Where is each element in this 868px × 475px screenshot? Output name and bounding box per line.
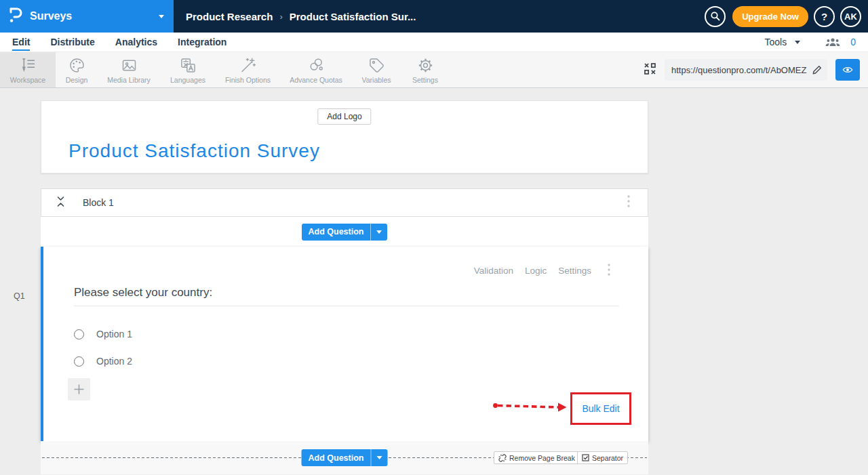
plus-icon xyxy=(73,384,85,395)
help-button[interactable]: ? xyxy=(814,6,835,27)
separator-button[interactable]: Separator xyxy=(577,451,628,464)
question-title[interactable]: Please select your country: xyxy=(74,286,619,300)
upgrade-now-button[interactable]: Upgrade Now xyxy=(732,6,808,27)
add-question-bottom-caret-icon xyxy=(376,456,382,459)
toolbar-item-design[interactable]: Design xyxy=(56,52,98,87)
question-menu-kebab-icon[interactable] xyxy=(608,264,610,278)
survey-title[interactable]: Product Satisfaction Survey xyxy=(68,140,320,162)
answer-option-row: Option 1 xyxy=(74,329,132,339)
toolbar-item-advance-quotas[interactable]: Advance Quotas xyxy=(280,52,352,87)
add-option-button[interactable] xyxy=(68,378,90,400)
collaborators-count: 0 xyxy=(850,37,856,47)
block-menu-kebab-icon[interactable] xyxy=(619,192,638,213)
survey-canvas: Add Logo Product Satisfaction Survey Q1 … xyxy=(0,88,868,475)
add-question-dropdown[interactable] xyxy=(370,224,387,241)
answer-option-label[interactable]: Option 2 xyxy=(96,356,132,367)
design-icon xyxy=(68,56,86,75)
collaborators-icon[interactable] xyxy=(825,37,841,47)
tab-analytics[interactable]: Analytics xyxy=(115,33,157,51)
product-name: Surveys xyxy=(30,10,159,22)
search-icon xyxy=(710,11,721,22)
question-validation-link[interactable]: Validation xyxy=(474,266,513,276)
toolbar-item-workspace[interactable]: Workspace xyxy=(0,52,56,87)
languages-icon xyxy=(179,56,197,75)
block-footer: Add Question Remove Page Break xyxy=(41,441,648,474)
finish-options-icon xyxy=(239,56,257,75)
question-number-label: Q1 xyxy=(14,291,25,301)
add-logo-button[interactable]: Add Logo xyxy=(317,108,371,125)
breadcrumb-parent[interactable]: Product Research xyxy=(186,11,273,22)
collapse-block-icon[interactable] xyxy=(56,196,65,210)
survey-header-card: Add Logo Product Satisfaction Survey xyxy=(41,100,648,173)
top-header: Surveys Product Research › Product Satis… xyxy=(0,0,868,33)
survey-url-input[interactable] xyxy=(665,59,827,81)
search-button[interactable] xyxy=(705,6,726,27)
toolbar-item-settings[interactable]: Settings xyxy=(401,52,450,87)
bulk-edit-highlight-box: Bulk Edit xyxy=(570,392,631,425)
toolbar-item-variables[interactable]: Variables xyxy=(352,52,401,87)
radio-icon[interactable] xyxy=(74,356,84,367)
tools-menu[interactable]: Tools xyxy=(765,37,787,47)
product-switcher-caret-icon xyxy=(159,15,164,18)
annotation-arrow-icon xyxy=(492,400,568,415)
nav-tabs-row: Edit Distribute Analytics Integration To… xyxy=(0,33,868,52)
answer-option-label[interactable]: Option 1 xyxy=(96,329,132,339)
add-question-strip: Add Question xyxy=(41,217,648,247)
editor-toolbar: Workspace Design Media Library xyxy=(0,52,868,88)
remove-page-break-button[interactable]: Remove Page Break xyxy=(494,451,580,464)
media-library-icon xyxy=(120,56,138,75)
block-header: Block 1 xyxy=(41,188,648,217)
checkbox-checked-icon xyxy=(582,454,589,461)
answer-option-row: Option 2 xyxy=(74,356,132,367)
toolbar-item-media-library[interactable]: Media Library xyxy=(98,52,160,87)
add-question-button-bottom[interactable]: Add Question xyxy=(302,449,388,466)
workspace-icon xyxy=(19,56,37,75)
avatar[interactable]: AK xyxy=(840,6,861,27)
edit-url-pencil-icon[interactable] xyxy=(812,64,823,78)
breadcrumb-current: Product Satisfaction Sur... xyxy=(290,11,416,22)
tools-caret-icon xyxy=(795,41,800,44)
variables-icon xyxy=(368,56,386,75)
bulk-edit-link[interactable]: Bulk Edit xyxy=(582,403,619,414)
preview-button[interactable] xyxy=(835,59,860,81)
eye-icon xyxy=(842,66,853,74)
toolbar-item-finish-options[interactable]: Finish Options xyxy=(216,52,280,87)
radio-icon[interactable] xyxy=(74,329,84,339)
question-logic-link[interactable]: Logic xyxy=(525,266,547,276)
unlink-icon xyxy=(498,454,507,462)
advance-quotas-icon xyxy=(307,56,326,75)
settings-icon xyxy=(416,56,435,75)
questionpro-logo-icon xyxy=(8,6,23,26)
tab-integration[interactable]: Integration xyxy=(178,33,226,51)
add-question-caret-icon xyxy=(376,230,382,234)
block-title[interactable]: Block 1 xyxy=(83,197,114,208)
add-question-button[interactable]: Add Question xyxy=(302,224,388,241)
breadcrumb-separator-icon: › xyxy=(279,12,282,22)
toolbar-item-languages[interactable]: Languages xyxy=(160,52,216,87)
product-switcher[interactable]: Surveys xyxy=(0,0,174,33)
breadcrumb: Product Research › Product Satisfaction … xyxy=(186,11,416,22)
qr-code-icon[interactable] xyxy=(644,62,656,78)
question-card: Validation Logic Settings Please select … xyxy=(41,247,648,441)
tab-distribute[interactable]: Distribute xyxy=(50,33,94,51)
question-settings-link[interactable]: Settings xyxy=(558,266,591,276)
survey-block: Block 1 Add Question Validation Logic Se… xyxy=(41,188,648,474)
add-question-bottom-dropdown[interactable] xyxy=(370,449,387,466)
tab-edit[interactable]: Edit xyxy=(12,33,30,51)
